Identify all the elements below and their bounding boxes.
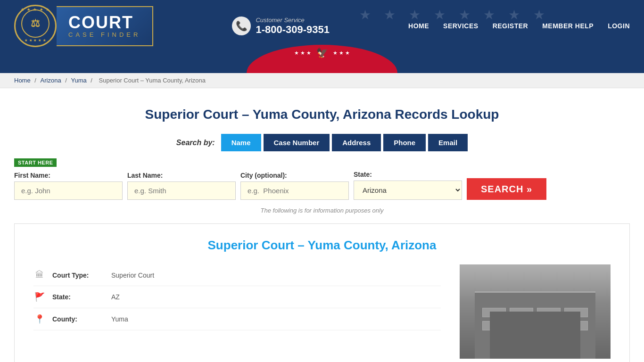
city-group: City (optional):: [240, 172, 349, 200]
building-illustration: [460, 264, 611, 359]
nav-home[interactable]: HOME: [408, 22, 429, 30]
court-type-value: Superior Court: [111, 272, 154, 279]
location-icon: 📍: [33, 314, 45, 324]
court-emblem-icon: ⚖: [31, 17, 41, 30]
logo-case-finder-text: CASE FINDER: [68, 31, 140, 38]
nav-login[interactable]: LOGIN: [608, 22, 630, 30]
start-here-badge: START HERE: [14, 158, 57, 167]
court-info-row-state: 🚩 State: AZ: [33, 286, 441, 308]
info-note: The following is for information purpose…: [14, 207, 630, 214]
court-info-row-county: 📍 County: Yuma: [33, 308, 441, 330]
phone-area: 📞 Customer Service 1-800-309-9351: [232, 16, 330, 36]
tab-phone[interactable]: Phone: [383, 134, 426, 151]
nav-register[interactable]: REGISTER: [493, 22, 528, 30]
logo-text: COURT CASE FINDER: [57, 6, 153, 46]
customer-service-label: Customer Service: [256, 16, 330, 24]
first-name-group: First Name:: [14, 172, 123, 200]
red-arch-container: ★ ★ ★ 🦅 ★ ★ ★: [0, 52, 644, 73]
first-name-input[interactable]: [14, 181, 123, 200]
tab-case-number[interactable]: Case Number: [264, 134, 330, 151]
logo-badge: ★ ★ ★ ★ ★ ⚖ ★ ★ ★ ★ ★: [14, 5, 57, 47]
logo-court-text: COURT: [68, 14, 140, 31]
breadcrumb: Home / Arizona / Yuma / Superior Court –…: [0, 73, 644, 88]
last-name-group: Last Name:: [127, 172, 236, 200]
court-info-row-type: 🏛 Court Type: Superior Court: [33, 264, 441, 286]
nav-services[interactable]: SERVICES: [443, 22, 479, 30]
county-value: Yuma: [111, 315, 128, 323]
first-name-label: First Name:: [14, 172, 123, 179]
state-group: State: Alabama Alaska Arizona Arkansas C…: [354, 171, 462, 200]
search-button[interactable]: SEARCH »: [467, 178, 546, 200]
court-card-body: 🏛 Court Type: Superior Court 🚩 State: AZ…: [33, 264, 611, 359]
city-label: City (optional):: [240, 172, 349, 179]
breadcrumb-sep-2: /: [65, 77, 68, 84]
breadcrumb-home[interactable]: Home: [14, 77, 31, 84]
breadcrumb-arizona[interactable]: Arizona: [41, 77, 61, 84]
site-header: ★ ★ ★ ★ ★ ⚖ ★ ★ ★ ★ ★ COURT CASE FINDER …: [0, 0, 644, 73]
page-title: Superior Court – Yuma County, Arizona Re…: [14, 107, 630, 122]
search-form: First Name: Last Name: City (optional): …: [14, 171, 630, 200]
county-label: County:: [52, 315, 104, 323]
phone-number: 1-800-309-9351: [256, 24, 330, 36]
last-name-label: Last Name:: [127, 172, 236, 179]
state-select[interactable]: Alabama Alaska Arizona Arkansas Californ…: [354, 181, 462, 200]
breadcrumb-yuma[interactable]: Yuma: [71, 77, 86, 84]
building-icon: 🏛: [33, 270, 45, 280]
court-card: Superior Court – Yuma County, Arizona 🏛 …: [14, 223, 630, 362]
logo-area: ★ ★ ★ ★ ★ ⚖ ★ ★ ★ ★ ★ COURT CASE FINDER: [14, 5, 153, 47]
breadcrumb-sep-1: /: [34, 77, 38, 84]
court-type-label: Court Type:: [52, 272, 104, 279]
nav-member-help[interactable]: MEMBER HELP: [542, 22, 594, 30]
court-card-title: Superior Court – Yuma County, Arizona: [33, 238, 611, 253]
breadcrumb-current: Superior Court – Yuma County, Arizona: [99, 77, 206, 84]
state-value: AZ: [111, 293, 120, 301]
tab-name[interactable]: Name: [221, 134, 261, 151]
main-content: Superior Court – Yuma County, Arizona Re…: [0, 88, 644, 362]
main-nav: HOME SERVICES REGISTER MEMBER HELP LOGIN: [408, 22, 630, 30]
state-label-info: State:: [52, 293, 104, 301]
court-info-list: 🏛 Court Type: Superior Court 🚩 State: AZ…: [33, 264, 441, 359]
tab-address[interactable]: Address: [332, 134, 381, 151]
flag-icon: 🚩: [33, 292, 45, 302]
city-input[interactable]: [240, 181, 349, 200]
search-by-row: Search by: Name Case Number Address Phon…: [14, 134, 630, 151]
tab-email[interactable]: Email: [428, 134, 468, 151]
last-name-input[interactable]: [127, 181, 236, 200]
building-windows: [482, 308, 588, 330]
state-label: State:: [354, 171, 462, 178]
search-by-label: Search by:: [176, 139, 215, 147]
breadcrumb-sep-3: /: [91, 77, 94, 84]
court-building-image: [460, 264, 611, 359]
phone-icon: 📞: [232, 16, 251, 35]
